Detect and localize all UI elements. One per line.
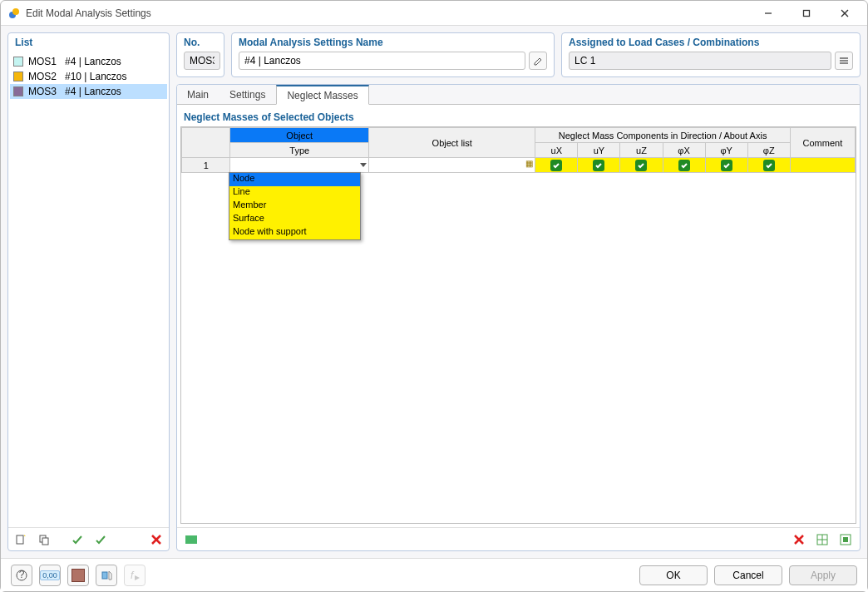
bottom-bar: ? 0,00 f▸ OK Cancel Apply [1, 558, 867, 591]
formula-button[interactable]: f▸ [124, 565, 145, 586]
dropdown-item-node-with-support[interactable]: Node with support [229, 226, 360, 239]
number-label: No. [184, 37, 217, 48]
name-label: Modal Analysis Settings Name [239, 37, 547, 48]
dropdown-item-member[interactable]: Member [229, 200, 360, 213]
grid-tool-1[interactable] [182, 530, 200, 549]
group-assigned: Assigned to Load Cases / Combinations [561, 32, 861, 77]
list-item-label: #10 | Lanczos [65, 71, 127, 82]
col-phiy[interactable]: φY [705, 143, 747, 158]
col-uy[interactable]: uY [578, 143, 620, 158]
delete-button[interactable] [147, 530, 165, 549]
col-ux[interactable]: uX [535, 143, 578, 158]
col-object[interactable]: Object [230, 128, 369, 143]
app-icon [7, 7, 21, 20]
svg-rect-8 [42, 538, 48, 545]
col-object-list[interactable]: Object list [369, 128, 535, 158]
grid-tool-3[interactable] [836, 530, 855, 549]
svg-rect-12 [840, 60, 848, 62]
copy-button[interactable] [35, 530, 53, 549]
col-comment[interactable]: Comment [790, 128, 855, 158]
col-uz[interactable]: uZ [620, 143, 663, 158]
cell-phiz[interactable] [747, 158, 790, 173]
list-header: List [8, 33, 169, 52]
group-name: Modal Analysis Settings Name [231, 32, 555, 77]
col-type[interactable]: Type [230, 143, 369, 158]
cancel-button[interactable]: Cancel [714, 565, 782, 585]
group-number: No. [176, 32, 224, 77]
tab-settings[interactable]: Settings [219, 85, 276, 104]
minimize-button[interactable] [749, 1, 787, 26]
assigned-field [569, 52, 831, 70]
list-item-mos1[interactable]: MOS1 #4 | Lanczos [10, 54, 167, 69]
tab-strip: Main Settings Neglect Masses [177, 85, 860, 105]
check-icon [550, 160, 562, 171]
cell-phiy[interactable] [705, 158, 747, 173]
units-button[interactable]: 0,00 [39, 565, 61, 586]
maximize-button[interactable] [787, 1, 826, 26]
list-toolbar [8, 527, 169, 550]
apply-button: Apply [789, 565, 857, 585]
svg-point-1 [12, 8, 19, 15]
svg-rect-21 [843, 537, 848, 542]
grid-tool-2[interactable] [813, 530, 831, 549]
cell-ux[interactable] [535, 158, 578, 173]
cell-uy[interactable] [578, 158, 620, 173]
list-items: MOS1 #4 | Lanczos MOS2 #10 | Lanczos MOS… [8, 52, 169, 527]
col-phiz[interactable]: φZ [747, 143, 790, 158]
check-icon [763, 160, 775, 171]
titlebar: Edit Modal Analysis Settings [1, 1, 867, 26]
check-icon [593, 160, 604, 171]
dropdown-item-node[interactable]: Node [229, 173, 360, 186]
number-field [184, 52, 220, 70]
cell-phix[interactable] [663, 158, 705, 173]
view-tool-button[interactable] [96, 565, 117, 586]
edit-name-button[interactable] [529, 52, 547, 70]
tab-main[interactable]: Main [177, 85, 219, 104]
dialog-body: List MOS1 #4 | Lanczos MOS2 #10 | Lanczo… [1, 26, 867, 558]
svg-rect-3 [804, 10, 810, 16]
list-item-id: MOS3 [28, 86, 60, 97]
ok-button[interactable]: OK [639, 565, 708, 585]
color-swatch [13, 72, 23, 81]
object-type-dropdown[interactable]: Node Line Member Surface Node with suppo… [229, 172, 361, 240]
cell-rownum: 1 [182, 158, 230, 173]
svg-rect-14 [185, 535, 197, 544]
top-row: No. Modal Analysis Settings Name [176, 32, 861, 77]
right-panel: No. Modal Analysis Settings Name [176, 32, 861, 551]
cell-comment[interactable] [790, 158, 855, 173]
color-tool-button[interactable] [67, 565, 89, 586]
window-title: Edit Modal Analysis Settings [26, 7, 749, 19]
help-button[interactable]: ? [11, 565, 32, 586]
table-row[interactable]: 1 ▦ [182, 158, 856, 173]
section-label: Neglect Masses of Selected Objects [184, 111, 856, 123]
chevron-down-icon [360, 163, 367, 167]
cell-uz[interactable] [620, 158, 663, 173]
list-panel: List MOS1 #4 | Lanczos MOS2 #10 | Lanczo… [7, 32, 170, 551]
check-button-1[interactable] [68, 530, 86, 549]
color-swatch [13, 57, 23, 67]
tabs-panel: Main Settings Neglect Masses Neglect Mas… [176, 84, 861, 551]
dropdown-item-surface[interactable]: Surface [229, 213, 360, 226]
assigned-detail-button[interactable] [835, 52, 853, 70]
tab-neglect-masses[interactable]: Neglect Masses [276, 85, 368, 105]
name-field[interactable] [239, 52, 525, 70]
list-item-id: MOS2 [28, 71, 60, 82]
cell-type[interactable] [230, 158, 369, 173]
new-button[interactable] [12, 530, 30, 549]
tab-content-neglect: Neglect Masses of Selected Objects [177, 105, 860, 527]
list-item-mos3[interactable]: MOS3 #4 | Lanczos [10, 84, 167, 99]
list-item-mos2[interactable]: MOS2 #10 | Lanczos [10, 69, 167, 84]
assigned-label: Assigned to Load Cases / Combinations [569, 37, 853, 48]
row-delete-button[interactable] [790, 530, 808, 549]
neglect-grid[interactable]: Object Object list Neglect Mass Componen… [181, 127, 856, 173]
col-rownum [182, 128, 230, 158]
svg-rect-6 [17, 535, 23, 544]
color-swatch [13, 86, 23, 96]
dropdown-item-line[interactable]: Line [229, 186, 360, 200]
dialog-window: Edit Modal Analysis Settings List MOS1 #… [0, 0, 868, 592]
check-button-2[interactable] [91, 530, 110, 549]
close-button[interactable] [826, 1, 864, 26]
col-phix[interactable]: φX [663, 143, 705, 158]
check-icon [635, 160, 647, 171]
cell-object-list[interactable]: ▦ [369, 158, 535, 173]
